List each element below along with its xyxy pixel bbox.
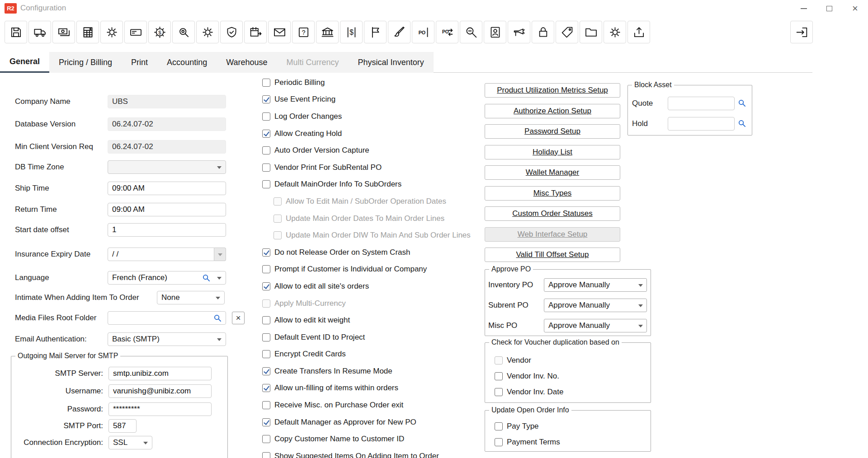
search-icon[interactable] (202, 274, 211, 282)
cash-payment-icon[interactable] (52, 21, 75, 43)
settings-gear-icon[interactable] (100, 21, 123, 43)
clear-icon[interactable]: × (232, 312, 245, 324)
exit-icon[interactable] (790, 21, 813, 43)
smtp-password-input[interactable]: ********* (108, 402, 212, 416)
approve-mode-select[interactable]: Approve Manually (544, 278, 647, 292)
export-upload-icon[interactable] (627, 21, 650, 43)
custom-order-statuses-button[interactable]: Custom Order Statuses (485, 206, 620, 221)
help-icon[interactable]: ? (292, 21, 315, 43)
authorize-action-setup-button[interactable]: Authorize Action Setup (485, 104, 620, 118)
checkbox[interactable] (262, 384, 270, 392)
security-shield-icon[interactable] (220, 21, 243, 43)
email-auth-select[interactable]: Basic (SMTP) (108, 332, 226, 346)
checkbox-item[interactable]: Periodic Billing (262, 74, 520, 91)
checkbox-item[interactable]: Create Transfers In Resume Mode (262, 363, 520, 380)
tax-dollar-icon[interactable]: $ (340, 21, 363, 43)
valid-till-offset-setup-button[interactable]: Valid Till Offset Setup (485, 248, 620, 262)
smtp-port-input[interactable]: 587 (108, 419, 137, 433)
maximize-button[interactable] (816, 0, 842, 17)
smtp-server-input[interactable]: smtp.unibiz.com (108, 367, 212, 380)
checkbox[interactable] (262, 265, 270, 273)
return-time-input[interactable]: 09:00 AM (108, 203, 226, 216)
po-transfer-icon[interactable]: PO (436, 21, 458, 43)
checkbox-item[interactable]: Payment Terms (495, 434, 560, 450)
delivery-truck-icon[interactable] (28, 21, 51, 43)
checkbox[interactable] (495, 422, 503, 430)
checkbox-item[interactable]: Default MainOrder Info To SubOrders (262, 176, 520, 193)
flag-icon[interactable] (364, 21, 387, 43)
checkbox[interactable] (262, 164, 270, 172)
bank-icon[interactable] (316, 21, 339, 43)
checkbox[interactable] (262, 130, 270, 138)
checkbox-item[interactable]: Vendor Inv. Date (495, 384, 563, 400)
checkbox[interactable] (262, 248, 270, 257)
checkbox-item[interactable]: Prompt if Customer is Individual or Comp… (262, 261, 520, 278)
checkbox-item[interactable]: Vendor Print For SubRental PO (262, 159, 520, 176)
checkbox[interactable] (262, 401, 270, 409)
folder-icon[interactable] (580, 21, 602, 43)
search-icon[interactable] (738, 119, 746, 128)
checkbox-item[interactable]: Vendor Inv. No. (495, 368, 563, 384)
smtp-encryption-select[interactable]: SSL (108, 436, 152, 449)
db-time-zone-select[interactable] (108, 160, 226, 174)
checkbox-item[interactable]: Apply Multi-Currency (262, 295, 520, 312)
checkbox-item[interactable]: Update Main Order DIW To Main And Sub Or… (262, 227, 520, 244)
checkbox[interactable] (262, 316, 270, 324)
label-designer-icon[interactable] (388, 21, 410, 43)
checkbox-item[interactable]: Receive Misc. on Purchase Order exit (262, 397, 520, 414)
checkbox[interactable] (262, 112, 270, 121)
tab-print[interactable]: Print (122, 52, 157, 73)
checkbox-item[interactable]: Default Event ID to Project (262, 329, 520, 346)
checkbox[interactable] (262, 452, 270, 458)
asset-tag-icon[interactable] (556, 21, 578, 43)
barcode-gun-icon[interactable] (508, 21, 530, 43)
wallet-manager-button[interactable]: Wallet Manager (485, 165, 620, 180)
search-icon[interactable] (213, 314, 222, 322)
key-search-icon[interactable] (460, 21, 482, 43)
close-button[interactable]: × (842, 0, 868, 17)
checkbox-item[interactable]: Do not Release Order on System Crash (262, 244, 520, 261)
currency-setup-icon[interactable]: $ (148, 21, 171, 43)
user-badge-icon[interactable] (484, 21, 506, 43)
checkbox-item[interactable]: Allow to edit kit weight (262, 312, 520, 329)
approve-mode-select[interactable]: Approve Manually (544, 299, 647, 312)
insurance-expiry-dropdown-button[interactable] (214, 248, 226, 261)
checkbox-item[interactable]: Auto Order Version Capture (262, 142, 520, 159)
checkbox[interactable] (262, 180, 270, 188)
approve-mode-select[interactable]: Approve Manually (544, 319, 647, 332)
search-icon[interactable] (738, 99, 746, 107)
product-utilization-metrics-setup-button[interactable]: Product Utilization Metrics Setup (485, 83, 620, 98)
calendar-export-icon[interactable] (244, 21, 267, 43)
job-setup-icon[interactable] (604, 21, 626, 43)
insurance-expiry-input[interactable]: / / (108, 248, 214, 261)
block-asset-quote-input[interactable] (668, 97, 735, 110)
checkbox[interactable] (262, 282, 270, 290)
checkbox[interactable] (262, 95, 270, 103)
checkbox-item[interactable]: Show Suggested Items On Adding Item to O… (262, 448, 520, 458)
holiday-list-button[interactable]: Holiday List (485, 145, 620, 159)
tab-general[interactable]: General (0, 52, 49, 73)
tab-warehouse[interactable]: Warehouse (217, 52, 277, 73)
checkbox-item[interactable]: Allow To Edit Main / SubOrder Operation … (262, 193, 520, 210)
language-input[interactable]: French (France) (108, 271, 226, 285)
checkbox-item[interactable]: Allow Creating Hold (262, 125, 520, 142)
checkbox-item[interactable]: Log Order Changes (262, 108, 520, 125)
checkbox[interactable] (495, 438, 503, 446)
checkbox[interactable] (262, 350, 270, 358)
checkbox-item[interactable]: Vendor (495, 352, 563, 368)
checkbox-item[interactable]: Use Event Pricing (262, 91, 520, 108)
intimate-select[interactable]: None (157, 291, 225, 304)
ship-time-input[interactable]: 09:00 AM (108, 182, 226, 195)
checkbox-item[interactable]: Copy Customer Name to Customer ID (262, 430, 520, 448)
block-asset-hold-input[interactable] (668, 117, 735, 131)
tab-pricing-billing[interactable]: Pricing / Billing (49, 52, 122, 73)
checkbox[interactable] (262, 333, 270, 341)
checkbox[interactable] (495, 372, 503, 380)
id-card-icon[interactable] (124, 21, 147, 43)
checkbox[interactable] (262, 435, 270, 443)
media-root-input[interactable] (108, 311, 226, 325)
lock-setup-icon[interactable] (532, 21, 554, 43)
tab-accounting[interactable]: Accounting (157, 52, 217, 73)
checkbox[interactable] (495, 388, 503, 396)
checkbox-item[interactable]: Allow to edit all site's orders (262, 278, 520, 295)
